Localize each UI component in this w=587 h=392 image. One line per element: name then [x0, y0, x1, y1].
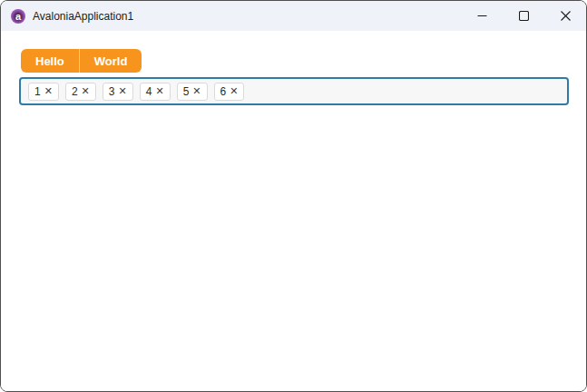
tag-chip: 5 ✕	[177, 83, 208, 101]
minimize-button[interactable]	[461, 1, 503, 31]
tag-remove-icon[interactable]: ✕	[82, 86, 90, 96]
window-title: AvaloniaApplication1	[33, 10, 133, 23]
tag-remove-icon[interactable]: ✕	[119, 86, 127, 96]
tag-value: 6	[220, 85, 227, 98]
tags-input-box[interactable]: 1 ✕ 2 ✕ 3 ✕ 4 ✕ 5 ✕ 6 ✕	[19, 77, 569, 105]
app-window: a AvaloniaApplication1	[0, 0, 587, 392]
avalonia-logo-icon: a	[11, 9, 25, 24]
close-icon	[561, 11, 571, 21]
tag-remove-icon[interactable]: ✕	[44, 86, 53, 96]
tag-value: 3	[109, 85, 115, 98]
tag-chip: 3 ✕	[103, 83, 133, 101]
title-bar-left: a AvaloniaApplication1	[1, 9, 133, 24]
tag-remove-icon[interactable]: ✕	[230, 86, 238, 96]
tag-value: 4	[146, 85, 152, 98]
title-bar[interactable]: a AvaloniaApplication1	[1, 1, 586, 31]
hello-world-button-group: Hello World	[21, 49, 142, 73]
maximize-button[interactable]	[503, 1, 544, 31]
tag-chip: 6 ✕	[214, 83, 245, 101]
minimize-icon	[477, 11, 487, 21]
main-content: Hello World 1 ✕ 2 ✕ 3 ✕ 4 ✕ 5 ✕	[1, 31, 586, 391]
close-button[interactable]	[544, 1, 586, 31]
tag-value: 5	[183, 85, 190, 98]
world-button[interactable]: World	[80, 49, 142, 73]
window-controls	[461, 1, 586, 31]
tag-remove-icon[interactable]: ✕	[155, 86, 163, 96]
tag-remove-icon[interactable]: ✕	[192, 86, 201, 96]
tag-chip: 1 ✕	[28, 83, 59, 101]
hello-button[interactable]: Hello	[21, 49, 79, 73]
tag-value: 1	[34, 85, 41, 98]
tag-value: 2	[72, 85, 78, 98]
tag-chip: 4 ✕	[140, 83, 171, 101]
tag-chip: 2 ✕	[65, 83, 96, 101]
maximize-icon	[519, 11, 529, 21]
